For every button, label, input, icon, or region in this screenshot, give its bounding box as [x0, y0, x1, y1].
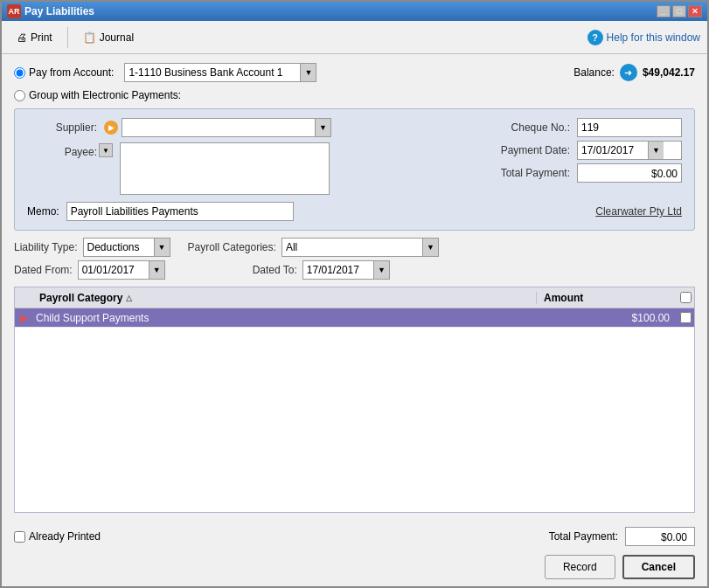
dated-from-label: Dated From:: [14, 264, 73, 276]
title-bar-buttons: _ □ ✕: [657, 5, 702, 17]
liability-type-dropdown-btn[interactable]: ▼: [154, 239, 170, 256]
bottom-row: Already Printed Total Payment: $0.00: [2, 522, 707, 551]
dated-to-dropdown-btn[interactable]: ▼: [373, 261, 389, 279]
right-fields: Cheque No.: Payment Date: ▼ Total Paymen…: [501, 118, 682, 183]
memo-row: Memo: Clearwater Pty Ltd: [27, 202, 682, 221]
print-icon: 🖨: [17, 31, 27, 44]
dated-to-label: Dated To:: [253, 264, 297, 276]
supplier-field-group: ▶ ▼: [104, 118, 331, 137]
balance-amount: $49,042.17: [643, 66, 695, 79]
payee-row: Payee: ▼: [27, 142, 494, 195]
supplier-navigate-icon[interactable]: ▶: [104, 121, 118, 135]
payee-dropdown-btn[interactable]: ▼: [99, 143, 113, 157]
dated-from-group: Dated From: ▼: [14, 260, 165, 280]
group-label: Group with Electronic Payments:: [29, 89, 181, 101]
total-bottom-group: Total Payment: $0.00: [549, 527, 695, 546]
liability-type-value: Deductions: [84, 241, 154, 253]
row-category: Child Support Payments: [32, 312, 554, 324]
cheque-no-label: Cheque No.:: [501, 121, 570, 134]
already-printed-group: Already Printed: [14, 530, 101, 543]
toolbar: 🖨 Print 📋 Journal ? Help for this window: [2, 21, 707, 54]
balance-arrow-icon[interactable]: ➜: [620, 64, 637, 81]
payee-label-group: Payee: ▼: [27, 142, 113, 162]
record-button[interactable]: Record: [545, 555, 615, 579]
cancel-button[interactable]: Cancel: [622, 555, 695, 579]
col-amount-header[interactable]: Amount: [537, 292, 677, 304]
total-payment-label: Total Payment:: [501, 167, 570, 179]
payment-date-input[interactable]: [578, 144, 648, 156]
memo-input[interactable]: [66, 202, 294, 221]
dates-row: Dated From: ▼ Dated To: ▼: [14, 260, 695, 280]
dated-from-input[interactable]: [79, 264, 149, 276]
action-row: Record Cancel: [2, 551, 707, 586]
balance-label: Balance:: [573, 66, 615, 79]
row-amount: $100.00: [554, 312, 677, 324]
payroll-categories-value: All: [282, 241, 422, 253]
balance-section: Balance: ➜ $49,042.17: [573, 64, 695, 81]
payment-date-dropdown-btn[interactable]: ▼: [648, 142, 664, 159]
account-input[interactable]: [125, 66, 300, 79]
account-dropdown[interactable]: ▼: [124, 63, 316, 82]
sort-icon: △: [126, 294, 132, 302]
payment-date-label: Payment Date:: [501, 144, 570, 156]
payroll-categories-dropdown-btn[interactable]: ▼: [422, 239, 438, 256]
table-body: ▶ Child Support Payments $100.00: [15, 308, 694, 512]
toolbar-separator: [67, 27, 68, 48]
dated-to-input[interactable]: [303, 264, 373, 276]
pay-from-row: Pay from Account: ▼ Balance: ➜ $49,042.1…: [14, 63, 695, 82]
group-radio[interactable]: [14, 90, 25, 101]
liability-type-group: Liability Type: Deductions ▼: [14, 238, 170, 257]
total-bottom-value: $0.00: [625, 527, 695, 546]
journal-icon: 📋: [83, 31, 96, 44]
title-bar-icon: AR: [7, 4, 21, 18]
payment-date-field[interactable]: ▼: [577, 141, 682, 160]
table-row[interactable]: ▶ Child Support Payments $100.00: [15, 308, 694, 328]
pay-from-radio[interactable]: [14, 67, 25, 79]
select-all-checkbox[interactable]: [680, 292, 692, 303]
already-printed-label: Already Printed: [29, 530, 101, 543]
maximize-button[interactable]: □: [672, 5, 686, 17]
help-button[interactable]: ? Help for this window: [587, 30, 700, 45]
payroll-categories-group: Payroll Categories: All ▼: [188, 238, 439, 257]
total-bottom-label: Total Payment:: [549, 530, 618, 543]
dated-to-field[interactable]: ▼: [302, 260, 390, 280]
memo-label: Memo:: [27, 205, 59, 218]
supplier-dropdown[interactable]: ▼: [122, 118, 331, 137]
journal-button[interactable]: 📋 Journal: [75, 28, 142, 47]
row-arrow-icon: ▶: [15, 312, 32, 324]
already-printed-checkbox[interactable]: [14, 531, 25, 543]
pay-from-radio-group: Pay from Account:: [14, 66, 114, 79]
pay-from-label: Pay from Account:: [29, 66, 114, 79]
close-button[interactable]: ✕: [688, 5, 702, 17]
col-category-header[interactable]: Payroll Category △: [32, 292, 537, 304]
supplier-input[interactable]: [122, 121, 315, 134]
title-bar: AR Pay Liabilities _ □ ✕: [2, 2, 707, 21]
payee-label: Payee:: [27, 142, 97, 162]
dated-from-dropdown-btn[interactable]: ▼: [149, 261, 164, 279]
supplier-row: Supplier: ▶ ▼: [27, 118, 494, 137]
supplier-label: Supplier:: [27, 118, 97, 137]
form-panel: Supplier: ▶ ▼ Payee: ▼: [14, 108, 695, 231]
total-payment-value: $0.00: [577, 163, 682, 183]
dated-from-field[interactable]: ▼: [78, 260, 165, 280]
payee-textarea[interactable]: [120, 142, 330, 195]
row-checkbox[interactable]: [677, 312, 694, 323]
cheque-no-input[interactable]: [577, 118, 682, 137]
liability-type-dropdown[interactable]: Deductions ▼: [83, 238, 170, 257]
payroll-categories-label: Payroll Categories:: [188, 241, 276, 253]
liability-type-label: Liability Type:: [14, 241, 78, 253]
title-bar-title: Pay Liabilities: [24, 5, 657, 17]
help-icon: ?: [587, 30, 603, 45]
payroll-table: Payroll Category △ Amount ▶ Child Suppor…: [14, 287, 695, 513]
print-button[interactable]: 🖨 Print: [9, 28, 60, 47]
group-row: Group with Electronic Payments:: [14, 89, 695, 101]
minimize-button[interactable]: _: [657, 5, 671, 17]
filters-row: Liability Type: Deductions ▼ Payroll Cat…: [14, 238, 695, 257]
main-content: Pay from Account: ▼ Balance: ➜ $49,042.1…: [2, 54, 707, 522]
account-dropdown-btn[interactable]: ▼: [300, 64, 316, 81]
company-link[interactable]: Clearwater Pty Ltd: [595, 205, 682, 218]
supplier-dropdown-btn[interactable]: ▼: [315, 119, 330, 136]
col-checkbox-header: [677, 292, 694, 303]
dated-to-group: Dated To: ▼: [253, 260, 390, 280]
payroll-categories-dropdown[interactable]: All ▼: [282, 238, 439, 257]
